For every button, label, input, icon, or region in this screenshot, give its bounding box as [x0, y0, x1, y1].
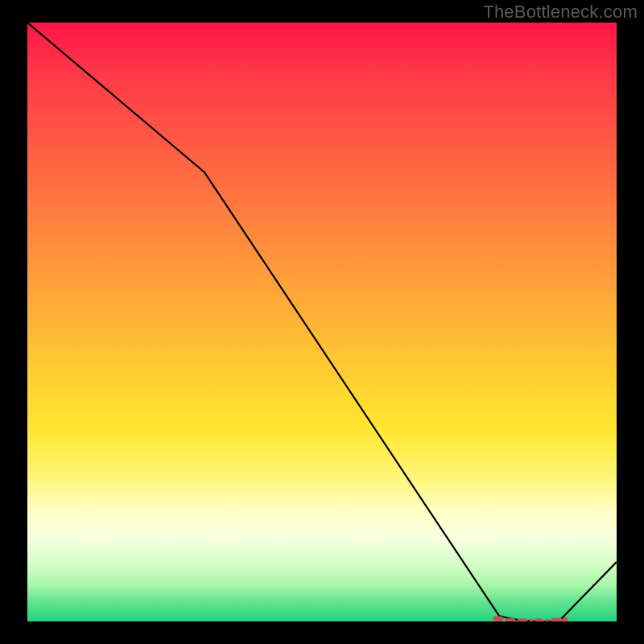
- trough-marker-dot: [563, 617, 568, 621]
- plot-area: [27, 23, 617, 621]
- watermark-text: TheBottleneck.com: [483, 2, 638, 23]
- chart-svg: [27, 23, 617, 621]
- trough-marker-segment: [493, 617, 503, 621]
- trough-marker-segment: [530, 619, 533, 621]
- trough-marker-segment: [535, 619, 543, 621]
- trough-marker-segment: [518, 619, 527, 621]
- chart-frame: TheBottleneck.com: [0, 0, 644, 644]
- trough-marker-segment: [546, 619, 549, 621]
- trough-marker-segment: [551, 618, 562, 621]
- trough-marker-segment: [506, 619, 515, 622]
- bottleneck-curve-line: [27, 23, 617, 621]
